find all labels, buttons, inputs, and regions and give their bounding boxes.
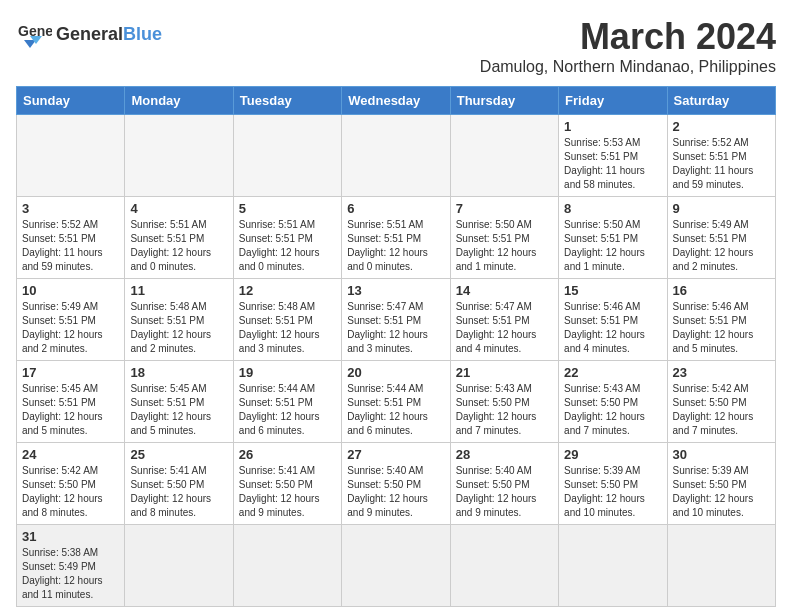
calendar-cell: 12Sunrise: 5:48 AM Sunset: 5:51 PM Dayli… xyxy=(233,279,341,361)
calendar-cell xyxy=(125,115,233,197)
calendar-cell: 24Sunrise: 5:42 AM Sunset: 5:50 PM Dayli… xyxy=(17,443,125,525)
calendar-cell: 21Sunrise: 5:43 AM Sunset: 5:50 PM Dayli… xyxy=(450,361,558,443)
calendar-week-row: 31Sunrise: 5:38 AM Sunset: 5:49 PM Dayli… xyxy=(17,525,776,607)
day-info: Sunrise: 5:44 AM Sunset: 5:51 PM Dayligh… xyxy=(347,382,444,438)
day-number: 4 xyxy=(130,201,227,216)
day-number: 8 xyxy=(564,201,661,216)
day-number: 16 xyxy=(673,283,770,298)
calendar-cell xyxy=(450,525,558,607)
column-header-wednesday: Wednesday xyxy=(342,87,450,115)
calendar-cell: 31Sunrise: 5:38 AM Sunset: 5:49 PM Dayli… xyxy=(17,525,125,607)
calendar-cell: 10Sunrise: 5:49 AM Sunset: 5:51 PM Dayli… xyxy=(17,279,125,361)
day-number: 10 xyxy=(22,283,119,298)
day-info: Sunrise: 5:50 AM Sunset: 5:51 PM Dayligh… xyxy=(564,218,661,274)
calendar-cell: 5Sunrise: 5:51 AM Sunset: 5:51 PM Daylig… xyxy=(233,197,341,279)
day-number: 23 xyxy=(673,365,770,380)
calendar-cell: 23Sunrise: 5:42 AM Sunset: 5:50 PM Dayli… xyxy=(667,361,775,443)
title-area: March 2024 Damulog, Northern Mindanao, P… xyxy=(480,16,776,76)
day-number: 24 xyxy=(22,447,119,462)
column-header-tuesday: Tuesday xyxy=(233,87,341,115)
day-number: 31 xyxy=(22,529,119,544)
column-header-thursday: Thursday xyxy=(450,87,558,115)
day-info: Sunrise: 5:46 AM Sunset: 5:51 PM Dayligh… xyxy=(564,300,661,356)
day-info: Sunrise: 5:43 AM Sunset: 5:50 PM Dayligh… xyxy=(456,382,553,438)
day-info: Sunrise: 5:51 AM Sunset: 5:51 PM Dayligh… xyxy=(130,218,227,274)
column-header-friday: Friday xyxy=(559,87,667,115)
calendar-cell: 7Sunrise: 5:50 AM Sunset: 5:51 PM Daylig… xyxy=(450,197,558,279)
day-info: Sunrise: 5:50 AM Sunset: 5:51 PM Dayligh… xyxy=(456,218,553,274)
calendar-cell: 14Sunrise: 5:47 AM Sunset: 5:51 PM Dayli… xyxy=(450,279,558,361)
calendar-cell: 4Sunrise: 5:51 AM Sunset: 5:51 PM Daylig… xyxy=(125,197,233,279)
calendar-cell: 9Sunrise: 5:49 AM Sunset: 5:51 PM Daylig… xyxy=(667,197,775,279)
calendar-cell: 19Sunrise: 5:44 AM Sunset: 5:51 PM Dayli… xyxy=(233,361,341,443)
day-info: Sunrise: 5:49 AM Sunset: 5:51 PM Dayligh… xyxy=(673,218,770,274)
day-info: Sunrise: 5:48 AM Sunset: 5:51 PM Dayligh… xyxy=(239,300,336,356)
logo: General GeneralBlue xyxy=(16,16,162,52)
day-number: 7 xyxy=(456,201,553,216)
day-info: Sunrise: 5:39 AM Sunset: 5:50 PM Dayligh… xyxy=(564,464,661,520)
calendar-cell xyxy=(233,525,341,607)
day-number: 18 xyxy=(130,365,227,380)
calendar-cell: 2Sunrise: 5:52 AM Sunset: 5:51 PM Daylig… xyxy=(667,115,775,197)
logo-icon: General xyxy=(16,16,52,52)
calendar-cell: 18Sunrise: 5:45 AM Sunset: 5:51 PM Dayli… xyxy=(125,361,233,443)
day-number: 20 xyxy=(347,365,444,380)
column-header-monday: Monday xyxy=(125,87,233,115)
calendar-cell xyxy=(125,525,233,607)
day-number: 12 xyxy=(239,283,336,298)
subtitle: Damulog, Northern Mindanao, Philippines xyxy=(480,58,776,76)
day-info: Sunrise: 5:47 AM Sunset: 5:51 PM Dayligh… xyxy=(347,300,444,356)
header-area: General GeneralBlue March 2024 Damulog, … xyxy=(16,16,776,76)
calendar-week-row: 24Sunrise: 5:42 AM Sunset: 5:50 PM Dayli… xyxy=(17,443,776,525)
day-info: Sunrise: 5:48 AM Sunset: 5:51 PM Dayligh… xyxy=(130,300,227,356)
day-number: 5 xyxy=(239,201,336,216)
calendar-cell xyxy=(342,525,450,607)
day-info: Sunrise: 5:52 AM Sunset: 5:51 PM Dayligh… xyxy=(22,218,119,274)
calendar-cell: 13Sunrise: 5:47 AM Sunset: 5:51 PM Dayli… xyxy=(342,279,450,361)
calendar-cell xyxy=(17,115,125,197)
day-number: 22 xyxy=(564,365,661,380)
calendar-cell: 6Sunrise: 5:51 AM Sunset: 5:51 PM Daylig… xyxy=(342,197,450,279)
calendar-cell: 17Sunrise: 5:45 AM Sunset: 5:51 PM Dayli… xyxy=(17,361,125,443)
day-number: 2 xyxy=(673,119,770,134)
calendar-cell: 27Sunrise: 5:40 AM Sunset: 5:50 PM Dayli… xyxy=(342,443,450,525)
calendar-week-row: 3Sunrise: 5:52 AM Sunset: 5:51 PM Daylig… xyxy=(17,197,776,279)
calendar-table: SundayMondayTuesdayWednesdayThursdayFrid… xyxy=(16,86,776,607)
day-number: 15 xyxy=(564,283,661,298)
day-info: Sunrise: 5:51 AM Sunset: 5:51 PM Dayligh… xyxy=(347,218,444,274)
day-number: 9 xyxy=(673,201,770,216)
day-info: Sunrise: 5:51 AM Sunset: 5:51 PM Dayligh… xyxy=(239,218,336,274)
day-number: 27 xyxy=(347,447,444,462)
day-number: 6 xyxy=(347,201,444,216)
day-info: Sunrise: 5:46 AM Sunset: 5:51 PM Dayligh… xyxy=(673,300,770,356)
calendar-cell: 30Sunrise: 5:39 AM Sunset: 5:50 PM Dayli… xyxy=(667,443,775,525)
calendar-cell xyxy=(667,525,775,607)
calendar-week-row: 1Sunrise: 5:53 AM Sunset: 5:51 PM Daylig… xyxy=(17,115,776,197)
day-info: Sunrise: 5:47 AM Sunset: 5:51 PM Dayligh… xyxy=(456,300,553,356)
calendar-cell: 15Sunrise: 5:46 AM Sunset: 5:51 PM Dayli… xyxy=(559,279,667,361)
main-title: March 2024 xyxy=(480,16,776,58)
day-info: Sunrise: 5:40 AM Sunset: 5:50 PM Dayligh… xyxy=(347,464,444,520)
calendar-cell: 3Sunrise: 5:52 AM Sunset: 5:51 PM Daylig… xyxy=(17,197,125,279)
day-number: 29 xyxy=(564,447,661,462)
day-info: Sunrise: 5:40 AM Sunset: 5:50 PM Dayligh… xyxy=(456,464,553,520)
day-number: 21 xyxy=(456,365,553,380)
calendar-cell xyxy=(342,115,450,197)
day-info: Sunrise: 5:45 AM Sunset: 5:51 PM Dayligh… xyxy=(130,382,227,438)
day-info: Sunrise: 5:39 AM Sunset: 5:50 PM Dayligh… xyxy=(673,464,770,520)
day-info: Sunrise: 5:44 AM Sunset: 5:51 PM Dayligh… xyxy=(239,382,336,438)
day-info: Sunrise: 5:42 AM Sunset: 5:50 PM Dayligh… xyxy=(673,382,770,438)
day-info: Sunrise: 5:38 AM Sunset: 5:49 PM Dayligh… xyxy=(22,546,119,602)
day-number: 30 xyxy=(673,447,770,462)
day-info: Sunrise: 5:43 AM Sunset: 5:50 PM Dayligh… xyxy=(564,382,661,438)
calendar-header-row: SundayMondayTuesdayWednesdayThursdayFrid… xyxy=(17,87,776,115)
day-info: Sunrise: 5:42 AM Sunset: 5:50 PM Dayligh… xyxy=(22,464,119,520)
day-number: 13 xyxy=(347,283,444,298)
calendar-cell: 11Sunrise: 5:48 AM Sunset: 5:51 PM Dayli… xyxy=(125,279,233,361)
calendar-cell: 16Sunrise: 5:46 AM Sunset: 5:51 PM Dayli… xyxy=(667,279,775,361)
column-header-saturday: Saturday xyxy=(667,87,775,115)
day-number: 1 xyxy=(564,119,661,134)
day-number: 25 xyxy=(130,447,227,462)
day-number: 26 xyxy=(239,447,336,462)
calendar-cell xyxy=(233,115,341,197)
